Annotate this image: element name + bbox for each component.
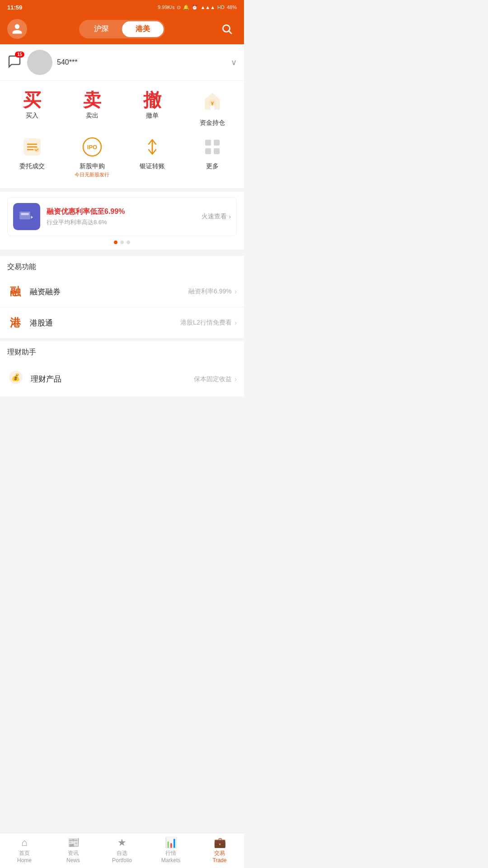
promo-action-label: 火速查看	[202, 212, 227, 221]
action-assets[interactable]: ¥ 资金持仓	[184, 88, 240, 130]
svg-text:💰: 💰	[11, 373, 20, 382]
svg-rect-15	[19, 212, 30, 219]
app-header: 沪深 港美	[0, 14, 244, 44]
status-right: 9.99K/s ⊙ 🔔 ⏰ ▲▲▲ HD 48%	[158, 5, 237, 10]
promo-action[interactable]: 火速查看 ›	[202, 212, 231, 221]
promo-dot-3	[127, 241, 130, 244]
wealth-icon: 💰	[7, 369, 24, 389]
promo-card[interactable]: 融资优惠利率低至6.99% 行业平均利率高达8.6% 火速查看 ›	[7, 197, 237, 236]
action-orders[interactable]: 委托成交	[4, 133, 60, 181]
svg-rect-11	[205, 140, 211, 146]
avatar-button[interactable]	[7, 19, 27, 39]
hk-desc: 港股L2行情免费看	[180, 319, 232, 327]
status-battery: 48%	[227, 5, 237, 10]
notification-badge: 15	[15, 52, 24, 57]
account-name: 540***	[57, 58, 77, 66]
status-alarm-icon: ⏰	[192, 5, 198, 10]
promo-dot-2	[120, 241, 124, 244]
action-ipo[interactable]: IPO 新股申购 今日无新股发行	[64, 133, 120, 181]
more-label: 更多	[206, 162, 219, 170]
sell-icon: 卖	[83, 91, 101, 109]
buy-label: 买入	[26, 112, 38, 120]
svg-rect-13	[205, 148, 211, 154]
svg-line-1	[229, 31, 232, 34]
status-network: 9.99K/s	[158, 5, 174, 10]
action-cancel-order[interactable]: 撤 撤单	[124, 88, 180, 130]
svg-point-0	[223, 25, 230, 32]
feature-wealth-management[interactable]: 💰 理财产品 保本固定收益 ›	[0, 362, 244, 397]
assets-label: 资金持仓	[200, 119, 225, 127]
ipo-label: 新股申购	[80, 162, 105, 170]
action-more[interactable]: 更多	[184, 133, 240, 181]
feature-margin-trading[interactable]: 融 融资融券 融资利率6.99% ›	[0, 276, 244, 307]
tab-hong-kong-usa[interactable]: 港美	[122, 21, 164, 37]
promo-dots	[7, 241, 237, 244]
buy-icon: 买	[23, 91, 41, 109]
promo-highlight: 6.99%	[104, 208, 125, 215]
svg-text:¥: ¥	[211, 101, 214, 106]
promo-icon	[13, 203, 40, 230]
trading-features-header: 交易功能	[0, 253, 244, 276]
financial-helper-header: 理财助手	[0, 339, 244, 362]
promo-subtitle: 行业平均利率高达8.6%	[47, 218, 202, 226]
financial-helper-list: 💰 理财产品 保本固定收益 ›	[0, 362, 244, 397]
wealth-desc: 保本固定收益	[194, 375, 232, 383]
ipo-sublabel: 今日无新股发行	[75, 171, 109, 178]
action-transfer[interactable]: 银证转账	[124, 133, 180, 181]
cancel-icon: 撤	[143, 91, 161, 109]
hk-arrow-icon: ›	[235, 319, 237, 327]
svg-rect-16	[21, 213, 28, 215]
wealth-name: 理财产品	[31, 374, 194, 384]
promo-title-text: 融资优惠利率低至	[47, 208, 104, 215]
promo-content: 融资优惠利率低至6.99% 行业平均利率高达8.6%	[47, 207, 202, 226]
cancel-label: 撤单	[146, 112, 159, 120]
promo-section: 融资优惠利率低至6.99% 行业平均利率高达8.6% 火速查看 ›	[0, 192, 244, 250]
promo-title: 融资优惠利率低至6.99%	[47, 207, 202, 217]
assets-icon: ¥	[202, 91, 223, 116]
transfer-label: 银证转账	[140, 162, 165, 170]
status-bar: 11:59 9.99K/s ⊙ 🔔 ⏰ ▲▲▲ HD 48%	[0, 0, 244, 14]
account-section[interactable]: 15 540*** ∨	[0, 44, 244, 81]
svg-rect-12	[214, 140, 220, 146]
promo-dot-1	[114, 241, 117, 244]
quick-actions-grid: 买 买入 卖 卖出 撤 撤单 ¥ 资金持仓	[0, 81, 244, 188]
orders-icon	[21, 136, 43, 160]
svg-text:IPO: IPO	[87, 144, 97, 151]
wealth-arrow-icon: ›	[235, 375, 237, 383]
status-mute-icon: 🔔	[183, 5, 189, 10]
promo-arrow-icon: ›	[229, 213, 231, 220]
notification-wrap[interactable]: 15	[7, 54, 22, 71]
hk-name: 港股通	[30, 318, 180, 328]
search-button[interactable]	[217, 19, 237, 39]
hk-badge: 港	[7, 315, 23, 331]
action-sell[interactable]: 卖 卖出	[64, 88, 120, 130]
margin-arrow-icon: ›	[235, 288, 237, 296]
status-hd-label: HD	[217, 5, 225, 10]
margin-badge: 融	[7, 283, 23, 300]
sell-label: 卖出	[86, 112, 99, 120]
account-chevron-icon: ∨	[231, 57, 237, 67]
feature-hk-connect[interactable]: 港 港股通 港股L2行情免费看 ›	[0, 307, 244, 339]
ipo-icon: IPO	[81, 136, 103, 160]
status-wifi-icon: ⊙	[177, 5, 181, 10]
margin-desc: 融资利率6.99%	[188, 288, 232, 296]
trading-features-list: 融 融资融券 融资利率6.99% › 港 港股通 港股L2行情免费看 ›	[0, 276, 244, 339]
orders-label: 委托成交	[19, 162, 45, 170]
more-icon	[202, 136, 223, 160]
svg-rect-14	[214, 148, 220, 154]
status-time: 11:59	[7, 4, 22, 11]
account-avatar	[27, 50, 52, 75]
transfer-icon	[141, 136, 163, 160]
tab-shanghai-shenzhen[interactable]: 沪深	[80, 21, 122, 37]
market-tab-switcher: 沪深 港美	[79, 20, 165, 38]
action-buy[interactable]: 买 买入	[4, 88, 60, 130]
status-signal-icon: ▲▲▲	[200, 5, 215, 10]
margin-name: 融资融券	[30, 287, 188, 297]
